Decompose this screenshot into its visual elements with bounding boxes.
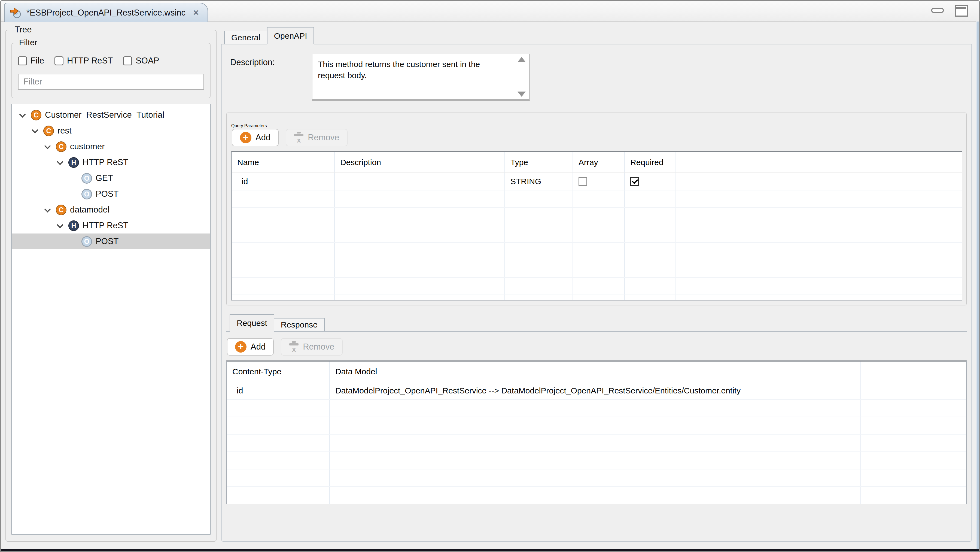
request-actions: + Add x Remove xyxy=(227,338,967,356)
param-description-cell[interactable] xyxy=(335,173,505,190)
filter-checkbox-soap[interactable]: SOAP xyxy=(123,56,159,66)
filter-input[interactable] xyxy=(18,74,204,90)
minimize-icon[interactable] xyxy=(931,8,944,13)
column-header-required[interactable]: Required xyxy=(625,152,676,172)
operation-icon: O xyxy=(81,189,92,199)
http-rest-checkbox-label: HTTP ReST xyxy=(67,56,113,66)
detail-tabs: General OpenAPI xyxy=(221,25,972,45)
plus-icon: + xyxy=(235,341,247,353)
add-content-type-button[interactable]: + Add xyxy=(227,338,274,356)
empty-row xyxy=(227,469,966,487)
tree-node-datamodel[interactable]: C datamodel xyxy=(12,202,210,218)
filter-group: Filter File HTTP ReST SOAP xyxy=(11,43,210,99)
close-tab-icon[interactable]: ✕ xyxy=(192,8,199,17)
wsinc-file-icon xyxy=(10,7,22,19)
request-body-table: Content-Type Data Model id DataModelProj… xyxy=(226,361,967,504)
column-header-description[interactable]: Description xyxy=(335,152,505,172)
http-binding-icon: H xyxy=(68,220,79,231)
tab-response[interactable]: Response xyxy=(274,318,325,331)
tab-openapi[interactable]: OpenAPI xyxy=(267,27,314,45)
request-response-folder: Request Response + Add x xyxy=(226,313,967,504)
param-type-cell[interactable]: STRING xyxy=(505,173,573,190)
request-row-id[interactable]: id DataModelProject_OpenAPI_RestService … xyxy=(227,382,966,400)
content-type-cell[interactable]: id xyxy=(227,382,330,399)
add-parameter-button[interactable]: + Add xyxy=(232,129,278,146)
tree-node-label: customer xyxy=(70,142,105,151)
filter-checkbox-http-rest[interactable]: HTTP ReST xyxy=(54,56,113,66)
column-header-content-type[interactable]: Content-Type xyxy=(227,361,330,382)
chevron-down-icon[interactable] xyxy=(19,111,25,118)
file-checkbox[interactable] xyxy=(18,56,27,65)
description-textarea[interactable]: This method returns the customer sent in… xyxy=(312,54,530,100)
remove-parameter-button[interactable]: x Remove xyxy=(286,129,347,146)
empty-row xyxy=(232,278,962,295)
tab-request[interactable]: Request xyxy=(230,314,274,332)
window-bottom-edge xyxy=(1,549,979,551)
tree-node-post[interactable]: O POST xyxy=(12,186,210,202)
description-label: Description: xyxy=(230,54,312,100)
http-rest-checkbox[interactable] xyxy=(54,56,64,65)
tree-node-customer-restservice-tutorial[interactable]: C Customer_RestService_Tutorial xyxy=(12,107,210,123)
remove-content-type-button[interactable]: x Remove xyxy=(281,338,342,356)
description-scrollbar[interactable] xyxy=(516,57,527,97)
array-checkbox[interactable] xyxy=(579,177,587,186)
empty-row xyxy=(232,225,962,243)
soap-checkbox-label: SOAP xyxy=(136,56,159,66)
column-header-data-model[interactable]: Data Model xyxy=(330,361,861,382)
category-icon: C xyxy=(43,126,54,136)
param-name-cell[interactable]: id xyxy=(232,173,335,190)
empty-row xyxy=(227,452,966,469)
chevron-down-icon[interactable] xyxy=(57,158,63,165)
query-parameters-table: Name Description Type Array Required id … xyxy=(231,151,962,301)
soap-checkbox[interactable] xyxy=(123,56,132,65)
remove-button-label: Remove xyxy=(303,342,334,352)
category-icon: C xyxy=(56,205,67,215)
scroll-up-icon[interactable] xyxy=(517,57,526,62)
plus-icon: + xyxy=(240,132,251,143)
empty-row xyxy=(227,487,966,504)
window-right-accent xyxy=(976,22,979,551)
editor-tabbar: *ESBProject_OpenAPI_RestService.wsinc ✕ xyxy=(1,1,979,22)
tree-node-post-selected[interactable]: O POST xyxy=(12,234,210,249)
tree-node-http-rest-2[interactable]: H HTTP ReST xyxy=(12,218,210,234)
http-binding-icon: H xyxy=(68,157,79,168)
filter-group-title: Filter xyxy=(16,38,40,47)
tab-general[interactable]: General xyxy=(224,31,267,44)
query-parameters-title: Query Parameters xyxy=(231,123,267,128)
chevron-down-icon[interactable] xyxy=(44,206,51,212)
chevron-down-icon[interactable] xyxy=(57,221,63,228)
tree-node-label: GET xyxy=(95,173,113,183)
tree-node-http-rest[interactable]: H HTTP ReST xyxy=(12,154,210,170)
maximize-icon[interactable] xyxy=(955,5,968,17)
add-button-label: Add xyxy=(256,133,270,143)
query-parameters-header: Name Description Type Array Required xyxy=(232,152,962,173)
chevron-down-icon[interactable] xyxy=(44,143,51,149)
trash-icon: x xyxy=(294,132,304,143)
editor-file-tab[interactable]: *ESBProject_OpenAPI_RestService.wsinc ✕ xyxy=(4,3,208,22)
scroll-down-icon[interactable] xyxy=(517,92,526,97)
tree-node-label: rest xyxy=(57,126,72,136)
column-header-type[interactable]: Type xyxy=(505,152,573,172)
tree-node-get[interactable]: O GET xyxy=(12,170,210,186)
category-icon: C xyxy=(56,142,67,152)
param-array-cell xyxy=(573,173,625,190)
column-header-name[interactable]: Name xyxy=(232,152,335,172)
tree-node-customer[interactable]: C customer xyxy=(12,139,210,154)
empty-row xyxy=(232,191,962,208)
required-checkbox[interactable] xyxy=(630,177,639,186)
service-tree: C Customer_RestService_Tutorial C rest C… xyxy=(11,104,210,535)
query-parameter-row-id[interactable]: id STRING xyxy=(232,173,962,191)
filter-checkbox-file[interactable]: File xyxy=(18,56,44,66)
file-checkbox-label: File xyxy=(30,56,44,66)
chevron-down-icon[interactable] xyxy=(32,127,38,133)
empty-row xyxy=(227,400,966,417)
tree-node-rest[interactable]: C rest xyxy=(12,123,210,139)
file-tab-title: *ESBProject_OpenAPI_RestService.wsinc xyxy=(26,8,186,18)
description-row: Description: This method returns the cus… xyxy=(230,54,967,100)
operation-icon: O xyxy=(81,236,92,247)
column-header-array[interactable]: Array xyxy=(573,152,625,172)
empty-row xyxy=(232,243,962,260)
empty-row xyxy=(227,434,966,452)
data-model-cell[interactable]: DataModelProject_OpenAPI_RestService -->… xyxy=(330,382,861,399)
tree-panel: Tree Filter File HTTP ReST xyxy=(5,25,216,542)
